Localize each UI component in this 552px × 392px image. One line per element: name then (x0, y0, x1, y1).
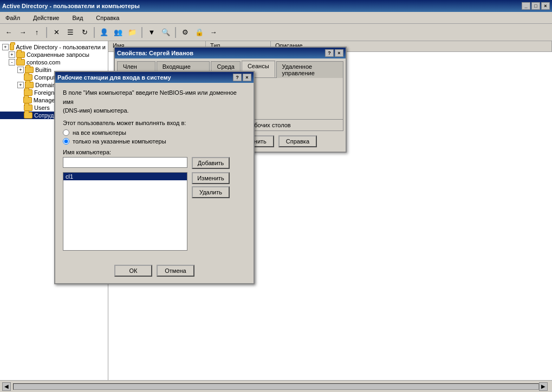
settings-button[interactable]: ⚙ (179, 26, 192, 39)
expand-icon: + (9, 51, 15, 58)
back-button[interactable]: ← (2, 26, 15, 39)
window-title: Active Directory - пользователи и компью… (2, 3, 140, 9)
tab-remote-control[interactable]: Удаленное управление (276, 61, 343, 78)
title-bar: Active Directory - пользователи и компью… (0, 0, 552, 12)
section-label: Этот пользователь может выполнять вход в… (63, 120, 246, 126)
tree-item-contoso[interactable]: - contoso.com (0, 58, 108, 66)
workstations-dialog-title: Рабочие станции для входа в систему (57, 74, 171, 81)
workstations-dialog-titlebar: Рабочие станции для входа в систему ? × (55, 72, 254, 83)
side-buttons: Изменить Удалить (192, 172, 230, 198)
inner-dialog-buttons: ОК Отмена (55, 259, 254, 283)
forward-button[interactable]: → (16, 26, 29, 39)
properties-dialog-title-buttons: ? × (325, 49, 343, 57)
add-button[interactable]: Добавить (192, 157, 230, 169)
field-label: Имя компьютера: (63, 149, 246, 155)
input-row: Добавить (63, 157, 246, 169)
menu-action[interactable]: Действие (30, 14, 62, 22)
filter-button[interactable]: ▼ (145, 26, 158, 39)
up-button[interactable]: ↑ (30, 26, 43, 39)
close-button[interactable]: × (335, 49, 343, 57)
title-bar-buttons: _ □ × (522, 2, 550, 10)
close-button[interactable]: × (541, 2, 550, 10)
radio-selected-label: только на указанные компьютеры (73, 138, 166, 145)
new-group-button[interactable]: 👥 (112, 26, 125, 39)
scroll-right[interactable]: ▶ (539, 382, 548, 391)
new-user-button[interactable]: 👤 (98, 26, 111, 39)
menu-bar: Файл Действие Вид Справка (0, 12, 552, 24)
delegate-button[interactable]: 🔒 (193, 26, 206, 39)
toolbar-sep-2 (94, 27, 95, 38)
toolbar-sep-4 (175, 27, 176, 38)
move-button[interactable]: → (207, 26, 220, 39)
maximize-button[interactable]: □ (531, 2, 540, 10)
toolbar: ← → ↑ ✕ ☰ ↻ 👤 👥 📁 ▼ 🔍 ⚙ 🔒 → (0, 24, 552, 41)
minimize-button[interactable]: _ (522, 2, 530, 10)
properties-button[interactable]: ☰ (64, 26, 77, 39)
ws-ok-button[interactable]: ОК (114, 265, 152, 277)
radio-all-label: на все компьютеры (73, 129, 126, 136)
close-button[interactable]: × (243, 74, 251, 81)
properties-dialog-titlebar: Свойства: Сергей Иванов ? × (115, 48, 346, 58)
workstations-dialog-body: В поле "Имя компьютера" введите NetBIOS-… (55, 83, 254, 259)
tree-item-saved-queries[interactable]: + Сохраненные запросы (0, 51, 108, 58)
help-button[interactable]: ? (325, 49, 334, 57)
ws-cancel-button[interactable]: Отмена (157, 265, 194, 277)
root-folder-icon (10, 44, 14, 50)
menu-help[interactable]: Справка (93, 14, 122, 22)
computer-list[interactable]: cl1 (63, 172, 187, 251)
toolbar-sep-3 (141, 27, 142, 38)
expand-icon: + (2, 44, 9, 50)
menu-view[interactable]: Вид (69, 14, 86, 22)
delete-button[interactable]: ✕ (50, 26, 63, 39)
help-btn[interactable]: Справка (278, 135, 317, 147)
tree-root[interactable]: + Active Directory - пользователи и (0, 43, 108, 51)
radio-all-computers[interactable] (63, 129, 69, 136)
expand-icon: + (17, 67, 24, 73)
workstations-dialog[interactable]: Рабочие станции для входа в систему ? × … (54, 71, 255, 284)
new-ou-button[interactable]: 📁 (126, 26, 139, 39)
list-box-item[interactable]: cl1 (63, 173, 187, 180)
radio-all-row: на все компьютеры (63, 129, 246, 136)
radio-selected-computers[interactable] (63, 138, 69, 145)
menu-file[interactable]: Файл (2, 14, 23, 22)
radio-selected-row: только на указанные компьютеры (63, 138, 246, 145)
properties-dialog-title: Свойства: Сергей Иванов (117, 50, 193, 56)
toolbar-sep-1 (46, 27, 47, 38)
scroll-track (13, 383, 539, 390)
edit-button[interactable]: Изменить (192, 172, 230, 184)
help-button[interactable]: ? (233, 74, 242, 81)
scroll-left[interactable]: ◀ (2, 382, 11, 391)
expand-icon: - (9, 59, 15, 66)
computer-name-input[interactable] (63, 157, 187, 168)
delete-button[interactable]: Удалить (192, 186, 230, 198)
desc-text: В поле "Имя компьютера" введите NetBIOS-… (63, 88, 246, 115)
workstations-dialog-title-buttons: ? × (233, 74, 251, 81)
radio-group: на все компьютеры только на указанные ко… (63, 129, 246, 145)
list-row-container: cl1 Изменить Удалить (63, 172, 246, 251)
expand-icon: + (17, 82, 24, 88)
status-bar: ◀ ▶ (0, 380, 552, 392)
folder-icon (24, 112, 33, 119)
search-button[interactable]: 🔍 (159, 26, 172, 39)
refresh-button[interactable]: ↻ (78, 26, 91, 39)
folder-icon (16, 59, 25, 66)
